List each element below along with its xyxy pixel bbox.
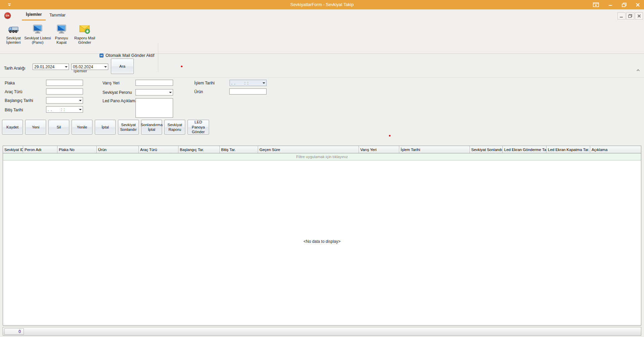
restore-icon[interactable]	[620, 1, 629, 8]
ribbon-button-label: Sevkiyat Listesi (Pano)	[24, 36, 51, 45]
window-title: SevkiyatlarForm - Sevkiyat Takip	[0, 2, 644, 7]
tab-tanimlar[interactable]: Tanımlar	[45, 9, 70, 21]
button-label: Sonlandırma İptal	[140, 122, 162, 132]
sevkiyat-sonlandir-button[interactable]: Sevkiyat Sonlandır	[118, 120, 139, 135]
bitis-tarihi-dropdown[interactable]: . . : :	[46, 106, 83, 113]
chevron-down-icon	[103, 66, 108, 68]
minimize-icon[interactable]	[606, 1, 615, 8]
yenile-button[interactable]: Yenile	[72, 120, 92, 135]
grid-filter-row[interactable]: Filtre uygulamak için tıklayınız	[3, 153, 641, 160]
bitis-tarihi-mask: . . : :	[46, 107, 78, 112]
ribbon-tab-row: DX İşlemler Tanımlar	[0, 9, 644, 21]
ara-button-label: Ara	[119, 64, 125, 69]
urun-input[interactable]	[229, 88, 267, 95]
plaka-input[interactable]	[46, 80, 83, 86]
bitis-tarihi-label: Bitiş Tarihi	[5, 108, 23, 112]
mdi-restore-icon[interactable]	[626, 12, 634, 20]
button-label: Kaydet	[6, 125, 18, 129]
ribbon-collapse-chevron-icon[interactable]	[636, 69, 640, 72]
column-header[interactable]: Led Ekran Gönderme Tar.	[503, 146, 547, 153]
devexpress-logo[interactable]: DX	[4, 12, 11, 19]
varis-yeri-input[interactable]	[135, 80, 173, 86]
chevron-down-icon	[64, 66, 69, 68]
column-header[interactable]: İşlem Tarihi	[399, 146, 470, 153]
otomatik-mail-checkbox[interactable]	[99, 53, 104, 58]
column-header[interactable]: Sevkiyat Sonlandı	[470, 146, 503, 153]
date-to-dropdown[interactable]: 05.02.2024	[71, 64, 108, 70]
button-label: Sil	[57, 125, 61, 129]
red-marker-dot	[181, 66, 183, 67]
button-label: Sevkiyat Sonlandır	[118, 122, 138, 132]
sonlandirma-iptal-button[interactable]: Sonlandırma İptal	[141, 120, 162, 135]
ribbon-group-separator	[158, 43, 158, 72]
sevkiyat-peronu-dropdown[interactable]	[135, 89, 173, 96]
baslangic-tarihi-dropdown[interactable]	[46, 97, 83, 104]
column-header[interactable]: Peron Adı	[23, 146, 57, 153]
ribbon-button-label: Panoyu Kapat	[51, 36, 72, 45]
sevkiyat-islemleri-button[interactable]: Sevkiyat İşlemleri	[3, 22, 24, 48]
sevkiyat-listesi-pano-button[interactable]: Sevkiyat Listesi (Pano)	[24, 22, 51, 48]
otomatik-mail-checkbox-label: Otomaik Mail Gönder Aktif	[106, 53, 154, 58]
column-header[interactable]: Açıklama	[590, 146, 641, 153]
column-header[interactable]: Plaka No	[57, 146, 97, 153]
chevron-down-icon	[78, 109, 83, 110]
plaka-label: Plaka	[5, 81, 15, 85]
ribbon-group-islemler: Sevkiyat İşlemleri Sevkiyat Listesi (Pan…	[0, 21, 644, 54]
record-count-value: 0	[18, 329, 21, 334]
column-header[interactable]: Bitiş Tar.	[220, 146, 258, 153]
section-divider	[0, 77, 644, 78]
ribbon-display-options-icon[interactable]	[592, 1, 600, 8]
grid-header-row: Sevkiyat ID Peron Adı Plaka No Ürün Araç…	[3, 146, 641, 153]
column-header[interactable]: Başlangıç Tar.	[178, 146, 220, 153]
mail-send-icon	[79, 24, 90, 35]
column-header[interactable]: Varış Yeri	[359, 146, 399, 153]
button-label: İptal	[102, 125, 109, 129]
yeni-button[interactable]: Yeni	[25, 120, 46, 135]
button-label: Yenile	[77, 125, 87, 129]
mdi-close-icon[interactable]	[635, 12, 643, 20]
sevkiyat-peronu-label: Sevkiyat Peronu	[103, 90, 132, 95]
raporu-mail-gonder-button[interactable]: Raporu Mail Gönder	[72, 22, 97, 48]
panoyu-kapat-button[interactable]: Panoyu Kapat	[51, 22, 72, 48]
chevron-down-icon	[168, 92, 173, 93]
iptal-button[interactable]: İptal	[95, 120, 116, 135]
mdi-minimize-icon[interactable]	[617, 12, 626, 20]
date-to-value: 05.02.2024	[72, 65, 103, 69]
baslangic-tarihi-label: Başlangıç Tarihi	[5, 98, 33, 103]
red-marker-dot	[389, 135, 391, 137]
tab-label: İşlemler	[26, 12, 42, 17]
led-pano-aciklama-label: Led Pano Açıklama	[103, 99, 137, 103]
monitor-icon	[32, 24, 43, 35]
tab-islemler[interactable]: İşlemler	[22, 9, 46, 21]
led-pano-aciklama-textarea[interactable]	[135, 98, 173, 118]
record-count-box: 0	[4, 328, 24, 335]
chevron-down-icon	[261, 82, 266, 84]
grid-empty-message: <No data to display>	[3, 239, 641, 244]
sevkiyat-raporu-button[interactable]: Sevkiyat Raporu	[164, 120, 185, 135]
led-panoya-gonder-button[interactable]: LED Panoya Gönder	[188, 120, 209, 135]
column-header[interactable]: Araç Türü	[139, 146, 178, 153]
kaydet-button[interactable]: Kaydet	[2, 120, 23, 135]
date-from-dropdown[interactable]: 29.01.2024	[33, 64, 69, 70]
sil-button[interactable]: Sil	[48, 120, 69, 135]
column-header[interactable]: Geçen Süre	[258, 146, 359, 153]
button-label: Yeni	[32, 125, 39, 129]
tarih-araligi-label: Tarih Aralığı	[4, 66, 25, 71]
arac-turu-label: Araç Türü	[5, 89, 22, 94]
ara-search-button[interactable]: Ara	[111, 59, 134, 74]
urun-label: Ürün	[194, 89, 203, 94]
close-icon[interactable]	[633, 1, 642, 8]
varis-yeri-label: Varış Yeri	[103, 81, 119, 85]
islem-tarihi-label: İşlem Tarihi	[194, 81, 214, 85]
islem-tarihi-mask: . . : :	[230, 81, 261, 85]
ribbon-button-label: Sevkiyat İşlemleri	[3, 36, 24, 45]
sevkiyat-data-grid: Sevkiyat ID Peron Adı Plaka No Ürün Araç…	[3, 146, 641, 326]
filter-row-hint: Filtre uygulamak için tıklayınız	[296, 155, 348, 159]
islem-tarihi-dropdown[interactable]: . . : :	[230, 80, 267, 86]
column-header[interactable]: Sevkiyat ID	[3, 146, 23, 153]
chevron-down-icon	[78, 100, 83, 101]
column-header[interactable]: Ürün	[97, 146, 139, 153]
arac-turu-input[interactable]	[46, 88, 83, 95]
column-header[interactable]: Led Ekran Kapatma Tar.	[547, 146, 590, 153]
button-label: Sevkiyat Raporu	[165, 122, 185, 132]
